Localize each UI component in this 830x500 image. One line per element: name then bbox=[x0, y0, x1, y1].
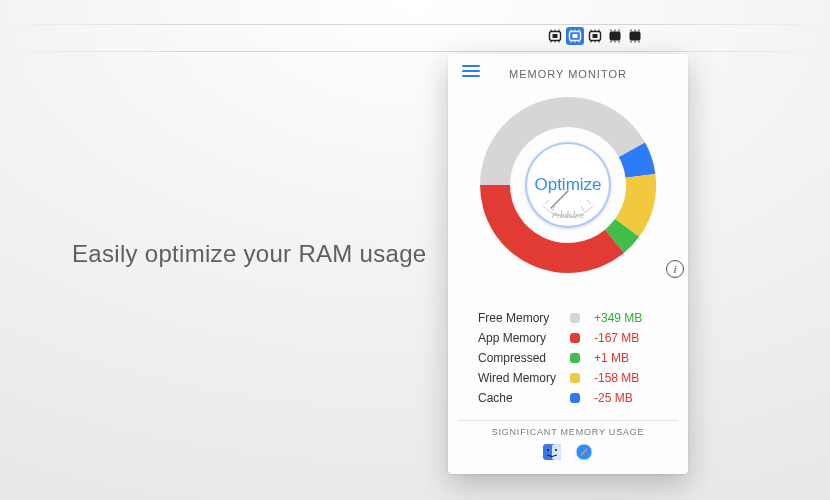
tray-chip-4[interactable] bbox=[626, 27, 644, 45]
significant-usage-section: SIGNIFICANT MEMORY USAGE bbox=[458, 420, 678, 461]
tray-chip-2[interactable] bbox=[586, 27, 604, 45]
svg-rect-31 bbox=[630, 32, 641, 41]
stats-swatch bbox=[570, 353, 580, 363]
optimize-label: Optimize bbox=[534, 175, 601, 195]
stats-value: +1 MB bbox=[594, 351, 670, 365]
significant-title: SIGNIFICANT MEMORY USAGE bbox=[458, 427, 678, 437]
svg-point-49 bbox=[555, 449, 557, 451]
menubar-tray bbox=[546, 27, 644, 45]
safari-icon[interactable] bbox=[575, 443, 593, 461]
stats-label: Wired Memory bbox=[478, 371, 570, 385]
info-icon[interactable]: i bbox=[666, 260, 684, 278]
memory-panel: MEMORY MONITOR Optimize bbox=[448, 54, 688, 474]
stats-label: App Memory bbox=[478, 331, 570, 345]
svg-rect-9 bbox=[573, 34, 578, 38]
stats-label: Compressed bbox=[478, 351, 570, 365]
stats-row: App Memory-167 MB bbox=[478, 328, 670, 348]
stats-row: Compressed+1 MB bbox=[478, 348, 670, 368]
svg-rect-47 bbox=[552, 444, 561, 460]
stats-row: Free Memory+349 MB bbox=[478, 308, 670, 328]
memory-donut-chart: Optimize Pressure bbox=[473, 90, 663, 280]
stats-value: -167 MB bbox=[594, 331, 670, 345]
finder-icon[interactable] bbox=[543, 443, 561, 461]
stats-value: -158 MB bbox=[594, 371, 670, 385]
tray-chip-3[interactable] bbox=[606, 27, 624, 45]
svg-rect-17 bbox=[593, 34, 598, 38]
svg-rect-24 bbox=[610, 32, 621, 41]
stats-value: -25 MB bbox=[594, 391, 670, 405]
stats-label: Free Memory bbox=[478, 311, 570, 325]
tray-chip-1[interactable] bbox=[566, 27, 584, 45]
stats-swatch bbox=[570, 333, 580, 343]
menubar bbox=[0, 24, 830, 52]
svg-rect-1 bbox=[553, 34, 558, 38]
memory-stats-list: Free Memory+349 MBApp Memory-167 MBCompr… bbox=[478, 308, 670, 408]
svg-point-48 bbox=[547, 449, 549, 451]
stats-label: Cache bbox=[478, 391, 570, 405]
panel-title: MEMORY MONITOR bbox=[509, 68, 627, 80]
optimize-button[interactable]: Optimize bbox=[525, 142, 611, 228]
stats-swatch bbox=[570, 373, 580, 383]
promo-headline: Easily optimize your RAM usage bbox=[72, 240, 426, 268]
stats-value: +349 MB bbox=[594, 311, 670, 325]
menu-icon[interactable] bbox=[462, 65, 480, 79]
stats-swatch bbox=[570, 393, 580, 403]
tray-chip-0[interactable] bbox=[546, 27, 564, 45]
stats-row: Cache-25 MB bbox=[478, 388, 670, 408]
stats-row: Wired Memory-158 MB bbox=[478, 368, 670, 388]
stats-swatch bbox=[570, 313, 580, 323]
